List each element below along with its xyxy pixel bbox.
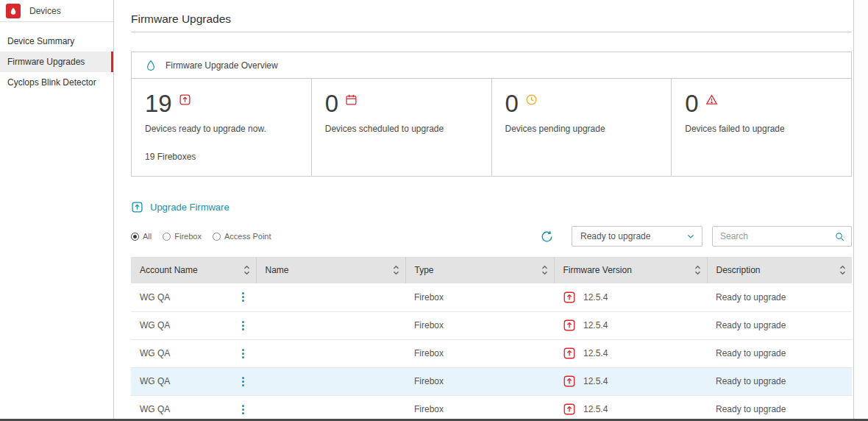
upload-icon[interactable] — [563, 291, 576, 304]
device-type: Firebox — [414, 320, 444, 330]
scrollbar-track[interactable] — [853, 0, 868, 421]
sort-icon[interactable] — [839, 265, 846, 275]
app-window: Devices Device Summary Firmware Upgrades… — [0, 0, 868, 421]
upload-icon — [131, 201, 143, 213]
clock-icon — [525, 93, 538, 106]
stat-label: Devices scheduled to upgrade — [325, 124, 478, 134]
column-header-description[interactable]: Description — [707, 257, 852, 283]
upload-icon[interactable] — [563, 347, 576, 360]
stat-value: 0 — [685, 91, 698, 117]
kebab-menu-icon[interactable] — [238, 347, 249, 360]
device-type-cell: Firebox — [405, 311, 554, 339]
firmware-version: 12.5.4 — [583, 404, 608, 414]
account-name-cell: WG QA — [131, 339, 256, 367]
overview-card-header: Firmware Upgrade Overview — [132, 52, 851, 79]
column-label: Type — [415, 265, 434, 275]
sort-icon[interactable] — [393, 265, 399, 275]
sort-icon[interactable] — [541, 265, 548, 275]
account-name-cell: WG QA — [131, 395, 256, 421]
column-header-firmware-version[interactable]: Firmware Version — [554, 257, 707, 283]
title-divider — [131, 32, 852, 32]
upload-icon — [179, 93, 191, 106]
firmware-version-cell: 12.5.4 — [554, 367, 707, 395]
device-type: Firebox — [414, 292, 444, 303]
table-toolbar: All Firebox Access Point — [131, 226, 852, 247]
radio-label: All — [143, 232, 152, 241]
sidebar-item-cyclops-blink-detector[interactable]: Cyclops Blink Detector — [0, 72, 113, 93]
stat-failed: 0 Devices failed to upgrade — [672, 79, 851, 176]
sidebar-title: Devices — [29, 6, 61, 16]
overview-card-title: Firmware Upgrade Overview — [166, 60, 278, 71]
sidebar-nav: Device Summary Firmware Upgrades Cyclops… — [0, 31, 113, 93]
sidebar-item-device-summary[interactable]: Device Summary — [0, 31, 113, 52]
table-row[interactable]: WG QA Firebox 12.5.4 Ready to upgrade — [131, 339, 852, 367]
droplet-icon — [145, 60, 157, 71]
firmware-version-cell: 12.5.4 — [554, 283, 707, 311]
description-cell: Ready to upgrade — [707, 283, 852, 311]
refresh-button[interactable] — [540, 230, 554, 244]
status-filter-dropdown[interactable]: Ready to upgrade — [572, 226, 702, 247]
search-input[interactable] — [720, 231, 834, 241]
status-text: Ready to upgrade — [716, 404, 786, 414]
description-cell: Ready to upgrade — [707, 339, 852, 367]
stat-value: 0 — [505, 91, 519, 117]
sidebar: Devices Device Summary Firmware Upgrades… — [0, 0, 114, 421]
dropdown-value: Ready to upgrade — [580, 231, 650, 241]
toolbar-right: Ready to upgrade — [540, 226, 852, 247]
upgrade-firmware-button[interactable]: Upgrade Firmware — [131, 201, 230, 213]
radio-label: Firebox — [174, 232, 202, 241]
column-header-type[interactable]: Type — [405, 257, 554, 283]
account-name-cell: WG QA — [131, 367, 256, 395]
upgrade-firmware-label: Upgrade Firmware — [150, 202, 230, 213]
stat-value: 0 — [325, 91, 338, 117]
column-header-name[interactable]: Name — [256, 257, 405, 283]
device-type-filter: All Firebox Access Point — [131, 232, 271, 241]
kebab-menu-icon[interactable] — [238, 319, 249, 332]
firmware-version: 12.5.4 — [583, 292, 608, 303]
kebab-menu-icon[interactable] — [238, 291, 249, 303]
sort-icon[interactable] — [243, 265, 250, 275]
sidebar-header: Devices — [0, 0, 113, 22]
firmware-version-cell: 12.5.4 — [554, 311, 707, 339]
firmware-version: 12.5.4 — [583, 348, 608, 358]
firmware-version: 12.5.4 — [583, 376, 608, 386]
device-name-cell — [256, 395, 405, 421]
kebab-menu-icon[interactable] — [238, 403, 249, 416]
device-type: Firebox — [414, 348, 444, 358]
radio-firebox[interactable]: Firebox — [163, 232, 202, 241]
device-name-cell — [256, 339, 405, 367]
status-text: Ready to upgrade — [716, 376, 786, 386]
search-icon[interactable] — [834, 230, 845, 243]
table-row[interactable]: WG QA Firebox 12.5.4 Ready to upgrade — [131, 367, 852, 395]
device-type-cell: Firebox — [405, 339, 554, 367]
upload-icon[interactable] — [563, 319, 576, 332]
sort-icon[interactable] — [694, 265, 701, 275]
column-header-account-name[interactable]: Account Name — [131, 257, 256, 283]
chevron-down-icon — [686, 232, 695, 241]
sidebar-item-label: Cyclops Blink Detector — [7, 77, 96, 88]
stat-pending: 0 Devices pending upgrade — [492, 79, 672, 176]
table-row[interactable]: WG QA Firebox 12.5.4 Ready to upgrade — [131, 283, 852, 311]
calendar-icon — [345, 93, 357, 106]
device-name-cell — [256, 283, 405, 311]
radio-all[interactable]: All — [131, 232, 152, 241]
stat-value: 19 — [145, 91, 172, 117]
upload-icon[interactable] — [563, 403, 576, 416]
status-text: Ready to upgrade — [716, 320, 786, 330]
description-cell: Ready to upgrade — [707, 395, 852, 421]
table-row[interactable]: WG QA Firebox 12.5.4 Ready to upgrade — [131, 311, 852, 339]
refresh-icon — [540, 230, 554, 244]
upload-icon[interactable] — [563, 375, 576, 388]
page-title: Firmware Upgrades — [131, 12, 852, 26]
firmware-version: 12.5.4 — [583, 320, 608, 330]
radio-icon — [131, 233, 139, 241]
account-name: WG QA — [140, 348, 170, 358]
description-cell: Ready to upgrade — [707, 311, 852, 339]
kebab-menu-icon[interactable] — [238, 375, 249, 388]
radio-access-point[interactable]: Access Point — [213, 232, 271, 241]
column-label: Description — [716, 265, 761, 275]
table-row[interactable]: WG QA Firebox 12.5.4 Ready to upgrade — [131, 395, 852, 421]
watchguard-logo-icon — [6, 4, 21, 18]
column-label: Account Name — [140, 265, 198, 275]
sidebar-item-firmware-upgrades[interactable]: Firmware Upgrades — [0, 52, 113, 72]
